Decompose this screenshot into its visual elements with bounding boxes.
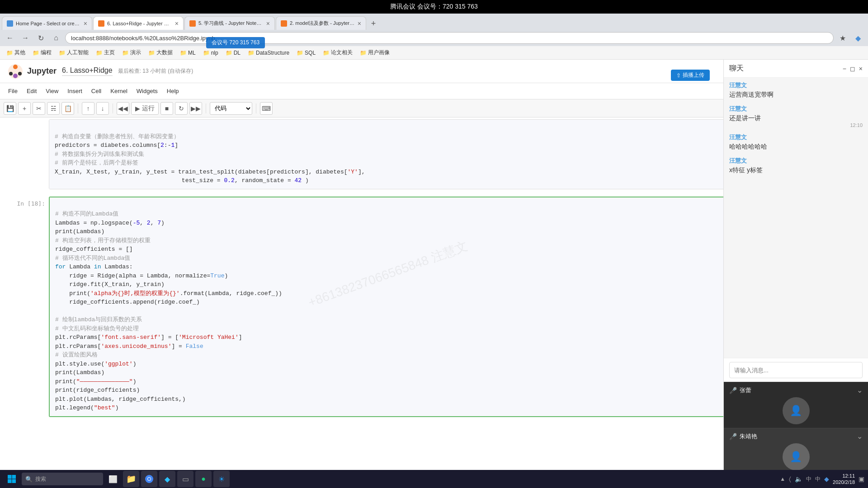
bookmark-dl[interactable]: 📁DL — [223, 49, 243, 57]
menu-help[interactable]: Help — [162, 86, 184, 96]
bookmark-other[interactable]: 📁其他 — [4, 48, 28, 57]
chrome-icon — [145, 474, 154, 483]
browser-tab-learning[interactable]: 5. 学习曲线 - Jupyter Noteboo... × — [184, 16, 275, 30]
tab-close-model[interactable]: × — [358, 20, 361, 27]
menu-view[interactable]: View — [41, 86, 63, 96]
tab-close-learning[interactable]: × — [266, 20, 270, 27]
bookmark-ml[interactable]: 📁ML — [177, 49, 198, 57]
interrupt-button[interactable]: ■ — [160, 102, 173, 115]
edge-icon: ◆ — [165, 475, 170, 483]
menu-cell[interactable]: Cell — [87, 86, 106, 96]
meeting-app[interactable]: ☀ — [213, 471, 230, 487]
browser-tabs: Home Page - Select or create ... × 6. La… — [0, 14, 868, 30]
msg-name-2: 汪慧文 — [729, 105, 863, 113]
keyboard-button[interactable]: ⌨ — [260, 102, 273, 115]
bookmarks-bar: 📁其他 📁编程 📁人工智能 📁主页 📁演示 📁大数据 📁ML 📁nlp 📁DL … — [0, 46, 868, 60]
browser-chrome: Home Page - Select or create ... × 6. La… — [0, 14, 868, 60]
msg-text-3: 哈哈哈哈哈哈 — [729, 142, 863, 151]
new-tab-button[interactable]: + — [367, 17, 380, 30]
bookmark-ai[interactable]: 📁人工智能 — [56, 48, 91, 57]
browser-tab-lasso[interactable]: 6. Lasso+Ridge - Jupyter Note... × — [93, 16, 184, 30]
save-button[interactable]: 💾 — [4, 102, 16, 115]
address-input[interactable] — [65, 32, 834, 44]
participant-1-name: 张蕾 — [740, 386, 751, 394]
jupyter-logo: Jupyter — [7, 63, 57, 80]
clock-display[interactable]: 12:11 2020/2/18 — [833, 473, 855, 486]
input-method[interactable]: 中 — [806, 475, 811, 483]
edge-app[interactable]: ◆ — [159, 471, 175, 487]
paste-button[interactable]: 📋 — [61, 102, 74, 115]
bookmark-home[interactable]: 📁主页 — [93, 48, 118, 57]
participant-1-avatar: 👤 — [783, 397, 810, 424]
meeting-icon: ☀ — [218, 475, 225, 483]
menu-file[interactable]: File — [4, 86, 22, 96]
add-cell-button[interactable]: + — [18, 102, 31, 115]
participant-1-expand-icon[interactable]: ⌄ — [857, 386, 863, 394]
tab-label-learning: 5. 学习曲线 - Jupyter Noteboo... — [198, 20, 264, 27]
taskview-button[interactable]: ⬜ — [105, 471, 121, 487]
restart-run-button[interactable]: ▶▶ — [189, 102, 202, 115]
menu-widgets[interactable]: Widgets — [132, 86, 162, 96]
menu-insert[interactable]: Insert — [63, 86, 87, 96]
meeting-bar[interactable]: 会议号 720 315 763 — [206, 37, 265, 48]
antivirus-icon: ◆ — [824, 475, 829, 483]
tab-close-lasso[interactable]: × — [175, 20, 179, 27]
notebook-title[interactable]: 6. Lasso+Ridge — [62, 66, 113, 76]
restart-button[interactable]: ↻ — [175, 102, 188, 115]
move-down-button[interactable]: ↓ — [96, 102, 109, 115]
search-label: 搜索 — [35, 475, 46, 483]
chat-input-area — [724, 358, 868, 382]
bookmark-paper[interactable]: 📁论文相关 — [320, 48, 355, 57]
upload-label: 插播上传 — [683, 71, 704, 79]
notification-area[interactable]: ▲ — [780, 476, 785, 482]
network-icon[interactable]: 〈 — [789, 475, 791, 483]
forward-button[interactable]: → — [19, 32, 32, 44]
bookmark-user-portrait[interactable]: 📁用户画像 — [357, 48, 392, 57]
avatar-1-initial: 👤 — [790, 405, 802, 417]
bookmark-demo[interactable]: 📁演示 — [119, 48, 144, 57]
action-center-icon[interactable]: ▣ — [859, 475, 864, 483]
taskbar-right: ▲ 〈 🔈 中 中 ◆ 12:11 2020/2/18 ▣ — [780, 473, 864, 486]
browser-tab-home[interactable]: Home Page - Select or create ... × — [2, 16, 92, 30]
step-prev-button[interactable]: ◀◀ — [117, 102, 129, 115]
chrome-app[interactable] — [141, 471, 157, 487]
pycharm-app[interactable]: ● — [195, 471, 212, 487]
chat-expand-icon[interactable]: ◻ — [850, 65, 855, 72]
bookmark-bigdata[interactable]: 📁大数据 — [146, 48, 175, 57]
title-bar: 腾讯会议 会议号：720 315 763 — [0, 0, 868, 14]
menu-edit[interactable]: Edit — [22, 86, 41, 96]
explorer-app[interactable]: 📁 — [123, 471, 139, 487]
terminal-app[interactable]: ▭ — [177, 471, 193, 487]
run-button[interactable]: ▶ 运行 — [131, 102, 159, 115]
upload-button[interactable]: ⇧ 插播上传 — [671, 70, 710, 81]
chat-header: 聊天 − ◻ × — [724, 60, 868, 78]
bookmark-star[interactable]: ★ — [836, 32, 849, 44]
tab-close-home[interactable]: × — [84, 20, 87, 27]
cell-type-select[interactable]: 代码Markdown原始文本 — [210, 102, 252, 115]
bookmark-datastructure[interactable]: 📁DataStructure — [245, 49, 292, 57]
ime-icon[interactable]: 中 — [815, 475, 821, 483]
move-up-button[interactable]: ↑ — [82, 102, 94, 115]
chat-close-icon[interactable]: × — [859, 65, 863, 72]
chat-minimize-icon[interactable]: − — [843, 65, 846, 72]
browser-tab-model[interactable]: 2. model法及参数 - Jupyter ... × — [276, 16, 366, 30]
start-button[interactable] — [4, 471, 20, 487]
reload-button[interactable]: ↻ — [34, 32, 47, 44]
home-button[interactable]: ⌂ — [50, 32, 62, 44]
cut-button[interactable]: ✂ — [33, 102, 45, 115]
back-button[interactable]: ← — [4, 32, 16, 44]
bookmark-programming[interactable]: 📁编程 — [30, 48, 54, 57]
svg-point-2 — [13, 74, 18, 78]
bookmark-sql[interactable]: 📁SQL — [294, 49, 318, 57]
volume-icon[interactable]: 🔈 — [795, 475, 802, 483]
menu-kernel[interactable]: Kernel — [106, 86, 132, 96]
chat-input[interactable] — [729, 362, 863, 378]
participant-2-name: 朱靖艳 — [740, 432, 757, 441]
copy-button[interactable]: ☵ — [47, 102, 60, 115]
participant-2-expand-icon[interactable]: ⌄ — [857, 432, 863, 441]
search-bar[interactable]: 🔍 搜索 — [22, 473, 103, 485]
bookmark-nlp[interactable]: 📁nlp — [200, 49, 221, 57]
terminal-icon: ▭ — [182, 475, 189, 483]
extension-icon[interactable]: ◆ — [852, 32, 864, 44]
participant-2-mic-icon: 🎤 — [729, 433, 737, 440]
